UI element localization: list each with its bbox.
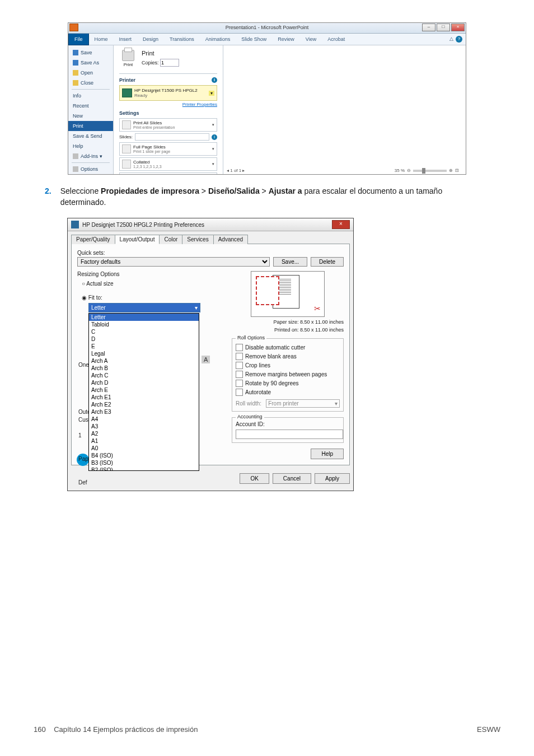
size-option[interactable]: Tabloid <box>89 321 199 328</box>
nav-save-send[interactable]: Save & Send <box>68 131 113 141</box>
cb-remove-blank[interactable]: Remove blank areas <box>236 353 340 360</box>
size-option[interactable]: Arch E1 <box>89 394 199 401</box>
delete-quickset-button[interactable]: Delete <box>311 257 344 267</box>
size-option[interactable]: A1 <box>89 437 199 445</box>
tab-paper-quality[interactable]: Paper/Quality <box>71 235 115 244</box>
nav-new[interactable]: New <box>68 111 113 121</box>
ribbon-tab-design[interactable]: Design <box>137 34 164 45</box>
resizing-options-label: Resizing Options <box>77 271 221 277</box>
ribbon-tab-animations[interactable]: Animations <box>200 34 236 45</box>
size-option[interactable]: Letter <box>89 314 199 321</box>
nav-options[interactable]: Options <box>68 164 113 174</box>
size-option[interactable]: C <box>89 328 199 335</box>
nav-open[interactable]: Open <box>68 68 113 78</box>
maximize-button[interactable]: □ <box>437 24 450 31</box>
zoom-slider[interactable] <box>413 170 447 172</box>
ribbon-tab-view[interactable]: View <box>300 34 322 45</box>
cb-rotate-90[interactable]: Rotate by 90 degrees <box>236 380 340 387</box>
dialog-tabs: Paper/Quality Layout/Output Color Servic… <box>71 235 350 244</box>
size-option[interactable]: Legal <box>89 350 199 357</box>
nav-close[interactable]: Close <box>68 78 113 88</box>
size-option[interactable]: Arch E3 <box>89 408 199 416</box>
ribbon-tab-slideshow[interactable]: Slide Show <box>236 34 272 45</box>
cb-disable-cutter[interactable]: Disable automatic cutter <box>236 344 340 351</box>
setting-layout[interactable]: Full Page SlidesPrint 1 slide per page ▾ <box>119 142 217 156</box>
ribbon-tab-review[interactable]: Review <box>272 34 300 45</box>
zoom-out-button[interactable]: ⊖ <box>407 168 411 173</box>
cb-remove-margins[interactable]: Remove margins between pages <box>236 371 340 378</box>
slides-range-input[interactable] <box>135 133 209 141</box>
setting-color[interactable]: Color ▾ <box>119 172 217 175</box>
size-option[interactable]: A4 <box>89 416 199 423</box>
ribbon-tab-transitions[interactable]: Transitions <box>164 34 200 45</box>
setting-print-what[interactable]: Print All SlidesPrint entire presentatio… <box>119 118 217 132</box>
window-close-button[interactable]: × <box>451 24 465 31</box>
nav-recent[interactable]: Recent <box>68 101 113 111</box>
ok-button[interactable]: OK <box>240 473 269 484</box>
size-option[interactable]: Arch A <box>89 357 199 365</box>
radio-actual-size[interactable]: ○ Actual size <box>82 281 221 287</box>
tab-layout-output[interactable]: Layout/Output <box>115 235 160 244</box>
save-quickset-button[interactable]: Save... <box>273 257 307 267</box>
size-option[interactable]: D <box>89 335 199 343</box>
size-dropdown-list[interactable]: LetterTabloidCDELegalArch AArch BArch CA… <box>88 313 199 471</box>
ribbon-tab-insert[interactable]: Insert <box>114 34 138 45</box>
nav-addins[interactable]: Add-Ins ▾ <box>68 151 113 161</box>
roll-width-select[interactable]: From printer▾ <box>266 399 340 408</box>
info-icon[interactable]: i <box>212 77 217 83</box>
size-option[interactable]: A2 <box>89 430 199 437</box>
nav-exit[interactable]: Exit <box>68 174 113 175</box>
zoom-in-button[interactable]: ⊕ <box>449 168 453 173</box>
ribbon-minimize-icon[interactable]: △ <box>449 36 453 43</box>
copies-input[interactable] <box>160 59 179 67</box>
copies-label: Copies: <box>142 60 159 66</box>
account-id-input[interactable] <box>236 430 343 439</box>
nav-save[interactable]: Save <box>68 48 113 58</box>
scissors-icon: ✂ <box>314 304 321 313</box>
size-option[interactable]: B2 (ISO) <box>89 466 199 471</box>
dialog-title: HP Designjet T2500 HPGL2 Printing Prefer… <box>82 222 204 228</box>
size-option[interactable]: Arch E <box>89 386 199 394</box>
nav-save-as[interactable]: Save As <box>68 58 113 68</box>
printer-selector[interactable]: HP Designjet T1500 PS HPGL2 Ready ▾ <box>119 85 217 101</box>
info-icon[interactable]: i <box>212 134 217 140</box>
size-option[interactable]: A0 <box>89 445 199 452</box>
size-option[interactable]: E <box>89 343 199 350</box>
ribbon-tab-file[interactable]: File <box>68 34 89 45</box>
minimize-button[interactable]: – <box>422 24 435 31</box>
dialog-close-button[interactable]: × <box>332 220 350 229</box>
nav-print[interactable]: Print <box>68 121 113 131</box>
quick-sets-select[interactable]: Factory defaults <box>77 257 270 267</box>
cancel-button[interactable]: Cancel <box>273 473 311 484</box>
size-option[interactable]: Arch D <box>89 379 199 386</box>
tab-advanced[interactable]: Advanced <box>213 235 248 244</box>
printer-status: Ready <box>134 93 198 98</box>
size-option[interactable]: B4 (ISO) <box>89 452 199 459</box>
tab-color[interactable]: Color <box>159 235 182 244</box>
roll-options-group: Roll Options Disable automatic cutter Re… <box>232 338 344 412</box>
radio-fit-to[interactable]: ◉ Fit to: <box>82 295 221 301</box>
size-option[interactable]: B3 (ISO) <box>89 459 199 466</box>
nav-info[interactable]: Info <box>68 91 113 101</box>
print-button[interactable]: Print <box>119 50 137 70</box>
size-option[interactable]: Arch B <box>89 365 199 372</box>
help-button[interactable]: Help <box>311 449 344 459</box>
cb-crop-lines[interactable]: Crop lines <box>236 362 340 369</box>
zoom-level: 35 % <box>395 168 405 173</box>
nav-help[interactable]: Help <box>68 141 113 151</box>
ribbon-tab-acrobat[interactable]: Acrobat <box>322 34 350 45</box>
layout-preview: ✂ <box>251 271 325 317</box>
size-option[interactable]: A3 <box>89 423 199 430</box>
page-indicator[interactable]: ◂ 1 of 1 ▸ <box>227 168 245 173</box>
size-option[interactable]: Arch E2 <box>89 401 199 408</box>
help-icon[interactable]: ? <box>456 36 462 43</box>
ribbon-tab-home[interactable]: Home <box>89 34 114 45</box>
apply-button[interactable]: Apply <box>315 473 350 484</box>
fit-to-select[interactable]: Letter▾ <box>88 303 200 312</box>
cb-autorotate[interactable]: Autorotate <box>236 389 340 396</box>
size-option[interactable]: Arch C <box>89 372 199 379</box>
tab-services[interactable]: Services <box>182 235 213 244</box>
fit-page-button[interactable]: ⊡ <box>455 168 459 173</box>
setting-collate[interactable]: Collated1,2,3 1,2,3 1,2,3 ▾ <box>119 157 217 171</box>
printer-properties-link[interactable]: Printer Properties <box>119 102 217 107</box>
